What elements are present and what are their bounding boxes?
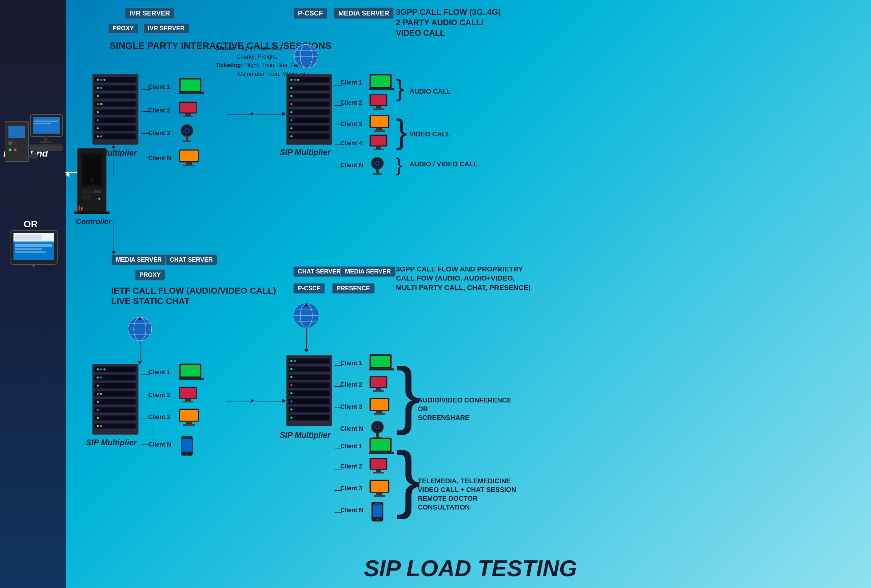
- svg-rect-174: [373, 109, 384, 110]
- top-sip-multiplier-rack: [89, 74, 142, 148]
- arrow-head-to-right-mid: [251, 399, 254, 403]
- svg-rect-157: [289, 110, 329, 115]
- arrow-controller-top: [114, 145, 114, 175]
- clientN-tr: Client N: [340, 162, 363, 169]
- brace-video: }: [396, 115, 407, 148]
- client2-tr: Client 2: [340, 99, 362, 106]
- line-c3: [142, 133, 150, 134]
- controller-label: Controller: [76, 217, 111, 226]
- globe-rb: [294, 303, 319, 328]
- svg-rect-24: [15, 248, 42, 250]
- svg-point-213: [290, 400, 292, 403]
- client2-rb2: Client 2: [340, 463, 362, 470]
- globe-top-right: [294, 44, 319, 69]
- svg-point-186: [376, 162, 379, 164]
- svg-point-55: [97, 135, 99, 137]
- svg-rect-48: [95, 118, 135, 122]
- svg-point-106: [100, 392, 102, 395]
- svg-rect-203: [289, 375, 329, 379]
- client1-rb: Client 1: [340, 360, 362, 367]
- clientN-phone-rb2: [369, 502, 386, 522]
- svg-rect-78: [81, 207, 82, 210]
- line-rb2-c3: [335, 490, 342, 491]
- svg-point-95: [103, 369, 105, 370]
- svg-rect-181: [376, 146, 381, 149]
- svg-point-144: [290, 79, 292, 81]
- svg-rect-206: [289, 383, 329, 388]
- globe-mid: [127, 316, 153, 342]
- bottom-sip-multiplier-rack: [89, 364, 142, 438]
- audio-video-call-label: AUDIO / VIDEO CALL: [409, 160, 477, 169]
- client3-label-mid: Client 3: [148, 413, 170, 421]
- svg-rect-124: [180, 388, 196, 398]
- client1-label-mid: Client 1: [148, 369, 170, 376]
- line-cN-top: [142, 158, 150, 158]
- svg-rect-246: [376, 493, 382, 495]
- svg-rect-228: [371, 399, 388, 410]
- chat-server-box-rb: CHAT SERVER: [293, 266, 346, 277]
- svg-point-204: [290, 376, 292, 378]
- line-tr-c4: [335, 144, 342, 145]
- client1-laptop: [178, 78, 204, 96]
- svg-point-210: [290, 392, 292, 394]
- client1-tr: Client 1: [340, 79, 362, 86]
- client1-laptop-tr: [369, 73, 394, 92]
- svg-rect-51: [95, 126, 135, 131]
- svg-point-167: [290, 135, 292, 137]
- svg-point-158: [290, 111, 292, 113]
- svg-rect-239: [369, 452, 394, 454]
- arrow-head-globe-mid-up: [138, 316, 142, 320]
- svg-rect-11: [34, 123, 51, 124]
- client3-rb2: Client 3: [340, 485, 362, 492]
- svg-rect-61: [180, 103, 196, 112]
- svg-rect-121: [181, 365, 200, 376]
- client3-monitor-tr: [369, 115, 391, 133]
- line-mid-c1: [142, 375, 150, 375]
- line-rb-c1: [335, 366, 342, 366]
- line-mid-c3: [142, 419, 150, 419]
- client2-monitor: [178, 101, 199, 118]
- left-panel: [0, 0, 66, 588]
- svg-rect-177: [376, 128, 382, 131]
- svg-point-164: [290, 127, 292, 129]
- arrow-head-right-top: [282, 112, 286, 116]
- svg-rect-245: [371, 481, 388, 492]
- sip-multiplier-label-bottom: SIP Multiplier: [86, 438, 137, 447]
- svg-point-36: [100, 87, 102, 89]
- client3-monitor-mid: [178, 408, 201, 427]
- svg-rect-132: [182, 439, 192, 452]
- svg-rect-130: [183, 424, 195, 426]
- arrow-globe-rb-down: [304, 349, 308, 352]
- brace-tele: }: [396, 441, 421, 515]
- svg-rect-114: [95, 416, 135, 420]
- proxy-box-top: PROXY: [108, 23, 139, 34]
- svg-point-234: [376, 426, 379, 428]
- client2-monitor-rb2: [369, 457, 389, 474]
- svg-point-152: [290, 95, 292, 97]
- or-label: OR: [24, 219, 38, 230]
- svg-rect-125: [185, 399, 191, 401]
- dashed-line-top: [153, 137, 153, 155]
- clientN-label-top: Client N: [148, 155, 171, 162]
- sip-load-testing: SIP LOAD TESTING: [364, 555, 577, 581]
- presence-box-rb: PRESENCE: [332, 283, 375, 294]
- dashed-tr: [345, 148, 346, 162]
- arrow-to-right-top-section: [255, 114, 283, 115]
- line-c1: [142, 89, 150, 90]
- client2-rb: Client 2: [340, 381, 362, 388]
- arrow-head-left: [65, 172, 69, 177]
- dashed-rb2: [345, 495, 346, 507]
- svg-point-102: [97, 385, 99, 387]
- client1-laptop-mid: [178, 363, 204, 382]
- svg-rect-218: [289, 415, 329, 420]
- svg-rect-222: [369, 369, 394, 370]
- client2-label-mid: Client 2: [148, 392, 170, 399]
- svg-point-219: [290, 416, 292, 419]
- svg-rect-25: [15, 251, 45, 253]
- clientN-phone-mid: [178, 436, 195, 456]
- svg-rect-238: [371, 439, 390, 451]
- svg-point-161: [290, 119, 292, 121]
- svg-point-43: [100, 103, 102, 105]
- svg-rect-12: [45, 136, 47, 142]
- arrow-globe-rb: [306, 328, 307, 350]
